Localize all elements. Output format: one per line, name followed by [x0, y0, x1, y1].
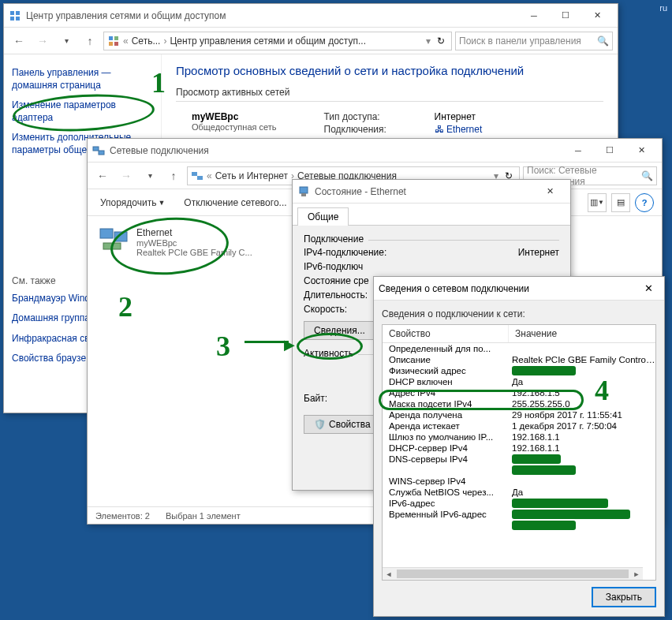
preview-pane-button[interactable]: ▤ — [611, 193, 630, 212]
organize-button[interactable]: Упорядочить ▼ — [95, 194, 170, 211]
property-cell: Описание — [383, 355, 509, 364]
network-icon — [191, 170, 203, 182]
value-cell: fd70:723c:35da:7e00:██:70d — [509, 510, 655, 519]
details-row[interactable]: ██████████ — [383, 520, 655, 531]
breadcrumb-1[interactable]: Сеть... — [132, 35, 161, 47]
page-heading: Просмотр основных сведений о сети и наст… — [176, 64, 603, 77]
scroll-right-arrow[interactable]: ► — [630, 568, 643, 580]
address-bar[interactable]: « Сеть... › Центр управления сетями и об… — [103, 32, 452, 50]
value-cell: Realtek PCIe GBE Family Controller — [509, 355, 655, 364]
close-button[interactable]: ✕ — [581, 5, 613, 27]
value-cell: 192.168.1.1 — [509, 443, 655, 453]
svg-rect-8 — [93, 147, 99, 151]
properties-button[interactable]: 🛡️Свойства — [304, 415, 381, 434]
details-row[interactable]: Маска подсети IPv4255.255.255.0 — [383, 398, 655, 409]
window-title: Центр управления сетями и общим доступом — [26, 10, 518, 21]
close-button[interactable]: ✕ — [534, 181, 566, 203]
details-row[interactable]: Аренда истекает1 декабря 2017 г. 7:50:04 — [383, 420, 655, 431]
close-details-button[interactable]: Закрыть — [592, 587, 656, 607]
navbar: ← → ▾ ↑ « Сеть... › Центр управления сет… — [4, 28, 618, 54]
details-row[interactable]: Аренда получена29 ноября 2017 г. 11:55:4… — [383, 409, 655, 420]
value-cell: ██████████ — [509, 521, 655, 530]
svg-rect-6 — [109, 42, 113, 46]
general-tab[interactable]: Общие — [297, 207, 349, 226]
property-column-header[interactable]: Свойство — [383, 325, 509, 342]
details-button[interactable]: Сведения... — [304, 321, 375, 340]
scroll-thumb[interactable] — [397, 570, 629, 578]
details-row[interactable]: ██████████ — [383, 465, 655, 476]
ethernet-icon: 🖧 — [435, 124, 446, 135]
minimize-button[interactable]: ─ — [562, 140, 594, 162]
details-row[interactable]: ОписаниеRealtek PCIe GBE Family Controll… — [383, 354, 655, 365]
property-cell: DHCP-сервер IPv4 — [383, 443, 509, 453]
property-cell: Служба NetBIOS через... — [383, 487, 509, 497]
search-box[interactable]: Поиск в панели управления 🔍 — [455, 32, 613, 50]
maximize-button[interactable]: ☐ — [594, 140, 625, 162]
property-cell: Аренда истекает — [383, 421, 509, 431]
value-cell: ██████16 — [509, 454, 655, 464]
details-row[interactable]: Шлюз по умолчанию IP...192.168.1.1 — [383, 431, 655, 443]
details-row[interactable]: Временный IPv6-адресfd70:723c:35da:7e00:… — [383, 509, 655, 520]
ipv4-conn-value: Интернет — [518, 247, 559, 258]
help-button[interactable]: ? — [635, 193, 654, 212]
value-cell — [509, 344, 655, 353]
details-row[interactable]: WINS-сервер IPv4 — [383, 476, 655, 487]
corner-text: ru — [659, 3, 667, 13]
disable-device-button[interactable]: Отключение сетевого... — [179, 194, 291, 211]
property-cell: IPv6-адрес — [383, 499, 509, 508]
details-row[interactable]: DNS-серверы IPv4██████16 — [383, 454, 655, 465]
forward-button[interactable]: → — [116, 166, 136, 186]
breadcrumb-2[interactable]: Центр управления сетями и общим доступ..… — [170, 35, 366, 47]
history-dropdown[interactable]: ▾ — [140, 166, 160, 186]
svg-rect-9 — [99, 151, 104, 155]
connection-details-window: Сведения о сетевом подключении ✕ Сведени… — [373, 276, 665, 617]
view-layout-button[interactable]: ▥▼ — [588, 193, 607, 212]
property-cell: DNS-серверы IPv4 — [383, 454, 509, 464]
scroll-left-arrow[interactable]: ◄ — [383, 568, 395, 580]
details-row[interactable]: Физический адрес██████████ — [383, 365, 655, 376]
property-cell: Шлюз по умолчанию IP... — [383, 432, 509, 442]
back-button[interactable]: ← — [9, 31, 29, 51]
value-cell: 192.168.1.1 — [509, 432, 655, 442]
close-button[interactable]: ✕ — [625, 140, 657, 162]
details-row[interactable]: Служба NetBIOS через...Да — [383, 487, 655, 498]
up-button[interactable]: ↑ — [163, 166, 184, 186]
property-cell: Маска подсети IPv4 — [383, 399, 509, 409]
details-row[interactable]: Адрес IPv4192.168.1.5 — [383, 387, 655, 398]
value-cell: fd70:723c:██:██:██1e — [509, 499, 655, 508]
value-column-header[interactable]: Значение — [509, 325, 655, 342]
network-center-icon — [9, 9, 21, 22]
svg-rect-16 — [301, 193, 306, 196]
details-row[interactable]: IPv6-адресfd70:723c:██:██:██1e — [383, 498, 655, 509]
details-row[interactable]: Определенный для по... — [383, 343, 655, 354]
item-count: Элементов: 2 — [95, 511, 150, 521]
back-button[interactable]: ← — [92, 166, 113, 186]
minimize-button[interactable]: ─ — [518, 5, 550, 27]
horizontal-scrollbar[interactable]: ◄ ► — [383, 567, 643, 580]
window-title: Сведения о сетевом подключении — [379, 283, 637, 294]
forward-button[interactable]: → — [32, 31, 53, 51]
selection-info: Выбран 1 элемент — [166, 511, 241, 521]
svg-rect-14 — [103, 243, 121, 249]
connection-link[interactable]: 🖧 Ethernet — [435, 124, 483, 135]
annotation-arrow-head: ▶ — [284, 336, 295, 353]
up-button[interactable]: ↑ — [80, 31, 100, 51]
property-cell: WINS-сервер IPv4 — [383, 476, 509, 486]
svg-rect-0 — [10, 11, 14, 15]
titlebar: Центр управления сетями и общим доступом… — [4, 4, 618, 28]
ethernet-adapter[interactable]: Ethernet myWEBpc Realtek PCIe GBE Family… — [94, 222, 267, 262]
close-button[interactable]: ✕ — [637, 282, 659, 294]
change-adapter-link[interactable]: Изменение параметров адаптера — [12, 99, 153, 124]
value-cell: ██████████ — [509, 366, 655, 375]
property-cell: Временный IPv6-адрес — [383, 510, 509, 519]
home-link[interactable]: Панель управления — домашняя страница — [12, 67, 153, 92]
breadcrumb-1[interactable]: Сеть и Интернет — [215, 170, 288, 181]
details-listbox[interactable]: Свойство Значение Определенный для по...… — [382, 324, 656, 581]
svg-rect-13 — [114, 232, 127, 241]
maximize-button[interactable]: ☐ — [550, 5, 581, 27]
tab-bar: Общие — [293, 204, 570, 226]
window-title: Состояние - Ethernet — [315, 186, 534, 197]
details-row[interactable]: DHCP-сервер IPv4192.168.1.1 — [383, 443, 655, 454]
history-dropdown[interactable]: ▾ — [56, 31, 77, 51]
details-row[interactable]: DHCP включенДа — [383, 376, 655, 387]
